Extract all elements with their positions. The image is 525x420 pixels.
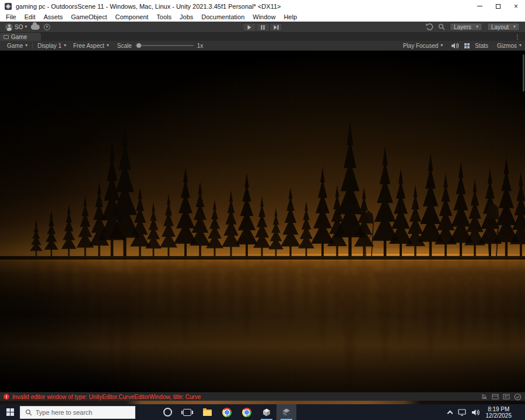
scale-control: Scale 1x (117, 43, 204, 49)
view-tabbar: Game ⋮ (0, 33, 525, 41)
layers-label: Layers (454, 24, 471, 30)
aspect-label: Free Aspect (73, 43, 104, 49)
console-panel-icon[interactable] (492, 393, 499, 400)
game-view[interactable] (0, 51, 525, 392)
gizmos-label: Gizmos (497, 43, 517, 49)
step-icon (274, 25, 278, 30)
chevron-down-icon: ▾ (107, 43, 109, 48)
play-icon (248, 25, 251, 30)
taskbar-clock[interactable]: 8:19 PM 12/2/2025 (486, 406, 512, 419)
play-button[interactable] (243, 23, 256, 32)
chrome-icon (222, 408, 232, 417)
scrollbar-thumb[interactable] (523, 54, 524, 92)
statusbar: ! Invalid editor window of type: UnityEd… (0, 392, 525, 401)
menu-component[interactable]: Component (111, 12, 152, 22)
play-controls (243, 23, 283, 32)
chevron-down-icon: ▾ (513, 24, 516, 29)
pause-button[interactable] (256, 23, 270, 32)
display-dropdown[interactable]: Display 1 ▾ (34, 41, 69, 50)
menu-jobs[interactable]: Jobs (176, 12, 197, 22)
account-dropdown[interactable]: SO ▾ (5, 23, 27, 31)
aspect-ratio-dropdown[interactable]: Free Aspect ▾ (69, 41, 112, 50)
view-mode-dropdown[interactable]: Game ▾ (4, 41, 31, 50)
step-button[interactable] (270, 23, 283, 32)
display-label: Display 1 (37, 43, 61, 49)
network-icon[interactable] (458, 409, 466, 416)
gizmos-dropdown[interactable]: Gizmos ▾ (494, 43, 522, 49)
tray-expand-icon[interactable] (447, 410, 453, 416)
layout-label: Layout (491, 24, 509, 30)
scale-slider[interactable] (135, 45, 194, 46)
chevron-down-icon: ▾ (519, 43, 522, 48)
status-error-text[interactable]: Invalid editor window of type: UnityEdit… (12, 394, 201, 400)
menu-edit[interactable]: Edit (20, 12, 40, 22)
error-icon[interactable]: ! (4, 394, 9, 400)
window-titlebar[interactable]: gaming pc - OutdoorsScene 11 - Windows, … (0, 0, 525, 12)
scale-value: 1x (197, 43, 204, 49)
layout-dropdown[interactable]: Layout ▾ (487, 23, 520, 31)
check-circle-icon[interactable] (514, 393, 522, 401)
mute-audio-icon[interactable] (452, 43, 459, 49)
chrome-icon (242, 408, 251, 417)
unity-editor-button[interactable] (276, 404, 296, 420)
task-view-button[interactable] (177, 404, 197, 420)
game-view-toolbar: Game ▾ Display 1 ▾ Free Aspect ▾ Scale 1… (0, 41, 525, 51)
toolbar-right: Layers ▾ Layout ▾ (426, 23, 525, 31)
chevron-down-icon: ▾ (25, 43, 27, 48)
menu-window[interactable]: Window (249, 12, 279, 22)
taskbar-search[interactable] (20, 406, 135, 419)
unity-toolbar: SO ▾ Layers ▾ Layou (0, 22, 525, 33)
unity-app-icon (5, 3, 12, 10)
settings-icon[interactable] (44, 24, 50, 30)
unity-cube-icon (262, 408, 271, 417)
status-icons (481, 393, 522, 401)
tab-game[interactable]: Game (0, 33, 41, 41)
game-view-icon (4, 35, 9, 39)
unity-editor-icon (282, 408, 291, 417)
activity-panel-icon[interactable] (503, 393, 510, 400)
chevron-down-icon: ▾ (476, 24, 478, 29)
file-explorer-icon (203, 410, 212, 416)
minimize-button[interactable] (471, 0, 489, 12)
window-controls: × (471, 0, 525, 12)
start-button[interactable] (0, 404, 20, 420)
search-icon (25, 409, 32, 416)
kebab-icon: ⋮ (514, 34, 520, 40)
scale-label: Scale (117, 43, 132, 49)
tab-menu-button[interactable]: ⋮ (510, 33, 525, 41)
play-focused-label: Play Focused (403, 43, 439, 49)
cortana-button[interactable] (158, 404, 177, 420)
menu-file[interactable]: File (2, 12, 20, 22)
grid-icon[interactable] (464, 43, 470, 48)
volume-icon[interactable] (472, 409, 480, 416)
close-button[interactable]: × (507, 0, 525, 12)
chrome-button-1[interactable] (217, 404, 237, 420)
stats-button[interactable]: Stats (475, 43, 488, 49)
window-title: gaming pc - OutdoorsScene 11 - Windows, … (16, 3, 471, 10)
menu-help[interactable]: Help (279, 12, 301, 22)
maximize-button[interactable] (489, 0, 507, 12)
notifications-muted-icon[interactable] (481, 393, 488, 400)
system-tray: 8:19 PM 12/2/2025 (448, 406, 525, 419)
pause-icon (261, 25, 265, 30)
separator (32, 43, 33, 49)
cloud-services-icon[interactable] (31, 24, 40, 30)
menu-assets[interactable]: Assets (40, 12, 67, 22)
chrome-button-2[interactable] (237, 404, 257, 420)
clock-time: 8:19 PM (486, 406, 512, 412)
scale-slider-knob[interactable] (136, 43, 141, 48)
play-focused-dropdown[interactable]: Play Focused ▾ (400, 43, 447, 49)
search-input[interactable] (36, 409, 123, 416)
toolbar-left: SO ▾ (0, 23, 50, 31)
screen: gaming pc - OutdoorsScene 11 - Windows, … (0, 0, 525, 420)
unity-hub-button[interactable] (257, 404, 276, 420)
search-icon[interactable] (438, 23, 445, 30)
menu-documentation[interactable]: Documentation (197, 12, 249, 22)
menu-gameobject[interactable]: GameObject (67, 12, 111, 22)
maximize-icon (496, 4, 501, 9)
file-explorer-button[interactable] (197, 404, 217, 420)
layers-dropdown[interactable]: Layers ▾ (450, 23, 482, 31)
undo-history-icon[interactable] (426, 23, 433, 31)
cortana-icon (163, 408, 172, 416)
menu-tools[interactable]: Tools (152, 12, 176, 22)
